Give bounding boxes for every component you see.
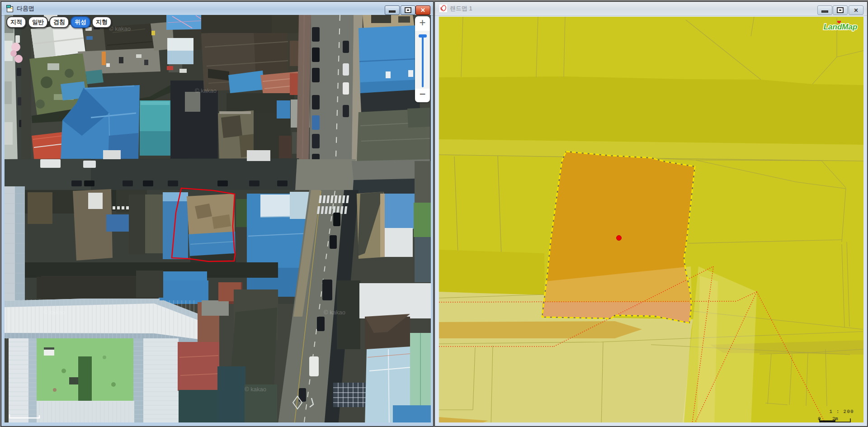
svg-text:© kakao: © kakao: [245, 386, 266, 393]
svg-text:© kakao: © kakao: [109, 25, 131, 32]
svg-text:© kakao: © kakao: [324, 309, 345, 316]
svg-text:1 : 200: 1 : 200: [829, 409, 854, 414]
svg-text:LandMap: LandMap: [824, 23, 858, 31]
svg-text:© kakao: © kakao: [43, 309, 65, 316]
svg-text:© kakao: © kakao: [195, 87, 217, 94]
